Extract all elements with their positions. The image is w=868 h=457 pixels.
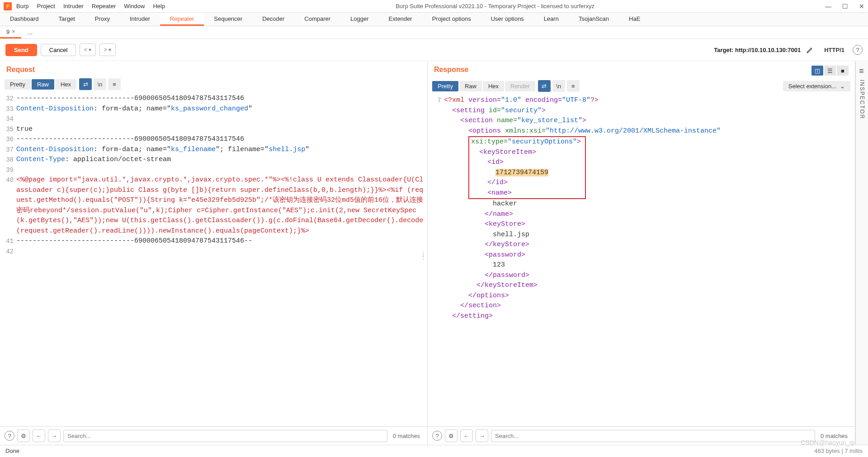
send-button[interactable]: Send [5, 44, 37, 56]
request-match-count: 0 matches [390, 433, 423, 439]
workspace: Request PrettyRawHex⇄\n≡ 32-------------… [0, 61, 868, 445]
view-tab-hex[interactable]: Hex [483, 81, 504, 91]
response-title: Response [434, 66, 468, 73]
tab-dashboard[interactable]: Dashboard [0, 13, 49, 26]
search-next-icon[interactable]: → [476, 429, 488, 442]
cancel-button[interactable]: Cancel [41, 44, 76, 56]
minimize-icon[interactable]: — [825, 3, 831, 10]
response-search-bar: ? ← → 0 matches [428, 426, 855, 445]
request-search-input[interactable] [63, 430, 387, 442]
tab-learn[interactable]: Learn [534, 13, 569, 26]
actions-icon[interactable]: ⇄ [538, 80, 551, 92]
search-help-icon[interactable]: ? [432, 431, 442, 441]
request-header: Request [0, 61, 427, 76]
protocol-label[interactable]: HTTP/1 [820, 45, 849, 55]
titlebar: ⚡ BurpProjectIntruderRepeaterWindowHelp … [0, 0, 868, 13]
view-tab-pretty[interactable]: Pretty [5, 79, 31, 90]
response-match-count: 0 matches [818, 433, 850, 439]
layout-columns-icon[interactable]: ◫ [811, 66, 823, 76]
view-tab-hex[interactable]: Hex [55, 79, 76, 90]
menu-intruder[interactable]: Intruder [63, 3, 84, 10]
view-tab-raw[interactable]: Raw [32, 79, 54, 90]
status-right: 463 bytes | 7 millis [814, 447, 863, 454]
request-title: Request [6, 66, 35, 73]
tab-user-options[interactable]: User options [481, 13, 534, 26]
main-tabs: DashboardTargetProxyIntruderRepeaterSequ… [0, 13, 868, 26]
inspector-label: INSPECTOR [859, 80, 865, 119]
inspector-menu-icon[interactable] [859, 67, 865, 76]
app-logo-icon: ⚡ [4, 2, 12, 10]
menu-icon[interactable]: ≡ [108, 78, 121, 90]
chevron-down-icon: ⌄ [840, 83, 845, 90]
action-bar: Send Cancel < ▾ > ▾ Target: http://10.10… [0, 39, 868, 61]
edit-target-icon[interactable] [804, 44, 816, 56]
panel-resize-handle[interactable]: ⋮⋮ [420, 253, 426, 258]
request-panel: Request PrettyRawHex⇄\n≡ 32-------------… [0, 61, 428, 445]
view-tab-raw[interactable]: Raw [459, 81, 482, 91]
help-icon[interactable]: ? [853, 45, 863, 55]
window-controls: — ☐ ✕ [825, 3, 864, 10]
close-icon[interactable]: ✕ [859, 3, 864, 10]
tab-target[interactable]: Target [49, 13, 85, 26]
history-back-button[interactable]: < ▾ [80, 43, 96, 56]
window-title: Burp Suite Professional v2021.10 - Tempo… [165, 3, 825, 10]
menu-project[interactable]: Project [37, 3, 55, 10]
repeater-sub-tabs: 9×... [0, 26, 868, 39]
tab-hae[interactable]: HaE [619, 13, 650, 26]
tab-intruder[interactable]: Intruder [120, 13, 160, 26]
response-body[interactable]: 7<?xml version="1.0" encoding="UTF-8"?> … [428, 94, 855, 426]
tab-close-icon[interactable]: × [12, 29, 15, 35]
target-label: Target: http://10.10.10.130:7001 [714, 47, 801, 53]
layout-rows-icon[interactable]: ☰ [824, 66, 836, 76]
status-bar: Done 463 bytes | 7 millis [0, 445, 868, 457]
history-forward-button[interactable]: > ▾ [99, 43, 116, 56]
newline-icon[interactable]: \n [94, 78, 106, 90]
sub-tab[interactable]: ... [21, 26, 39, 38]
menu-icon[interactable]: ≡ [567, 80, 580, 92]
status-left: Done [5, 447, 19, 454]
request-view-tabs: PrettyRawHex⇄\n≡ [0, 76, 427, 92]
tab-logger[interactable]: Logger [340, 13, 378, 26]
search-prev-icon[interactable]: ← [460, 429, 473, 442]
tab-comparer[interactable]: Comparer [294, 13, 340, 26]
layout-single-icon[interactable]: ■ [837, 66, 849, 76]
maximize-icon[interactable]: ☐ [842, 3, 848, 10]
view-tab-render[interactable]: Render [505, 81, 535, 91]
menu-window[interactable]: Window [124, 3, 145, 10]
sub-tab[interactable]: 9× [0, 26, 21, 38]
view-tab-pretty[interactable]: Pretty [432, 81, 458, 91]
search-prev-icon[interactable]: ← [33, 429, 45, 442]
tab-sequencer[interactable]: Sequencer [204, 13, 252, 26]
newline-icon[interactable]: \n [552, 80, 565, 92]
response-search-input[interactable] [491, 430, 815, 442]
tab-project-options[interactable]: Project options [422, 13, 481, 26]
menubar: BurpProjectIntruderRepeaterWindowHelp [16, 3, 165, 10]
search-help-icon[interactable]: ? [5, 431, 14, 441]
actions-icon[interactable]: ⇄ [79, 78, 92, 90]
response-header: Response ◫ ☰ ■ [428, 61, 855, 78]
tab-extender[interactable]: Extender [379, 13, 422, 26]
tab-repeater[interactable]: Repeater [160, 13, 204, 26]
menu-repeater[interactable]: Repeater [92, 3, 116, 10]
layout-icons: ◫ ☰ ■ [811, 66, 849, 76]
inspector-tab[interactable]: INSPECTOR [855, 61, 868, 445]
search-next-icon[interactable]: → [48, 429, 61, 442]
request-search-bar: ? ← → 0 matches [0, 426, 427, 445]
tab-proxy[interactable]: Proxy [85, 13, 120, 26]
response-panel: Response ◫ ☰ ■ PrettyRawHexRender⇄\n≡Sel… [428, 61, 855, 445]
menu-help[interactable]: Help [153, 3, 165, 10]
tab-tsojanscan[interactable]: TsojanScan [569, 13, 619, 26]
search-settings-icon[interactable] [445, 429, 458, 442]
response-view-tabs: PrettyRawHexRender⇄\n≡Select extension..… [428, 78, 855, 94]
select-extension-dropdown[interactable]: Select extension...⌄ [783, 81, 850, 91]
tab-decoder[interactable]: Decoder [252, 13, 294, 26]
menu-burp[interactable]: Burp [16, 3, 28, 10]
search-settings-icon[interactable] [17, 429, 30, 442]
request-body[interactable]: 32-----------------------------690006505… [0, 92, 427, 426]
